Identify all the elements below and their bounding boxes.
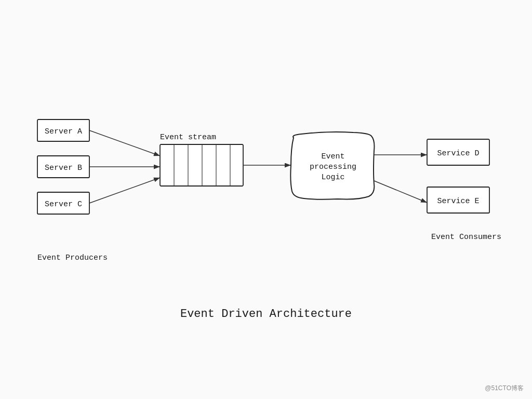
processor-label-2: processing [310, 163, 356, 171]
stream-outer-box [160, 144, 243, 186]
stream-label: Event stream [160, 133, 216, 142]
service-e-label: Service E [437, 197, 479, 206]
diagram-title: Event Driven Architecture [180, 308, 352, 321]
arrow-processor-to-e [374, 181, 427, 203]
processor-label-1: Event [321, 152, 344, 161]
server-c-label: Server C [45, 200, 82, 209]
arrow-c-to-stream [89, 178, 160, 203]
consumers-label: Event Consumers [431, 233, 501, 242]
diagram-container: Server A Server B Server C Event stream … [0, 0, 532, 399]
service-d-label: Service D [437, 149, 479, 158]
server-b-label: Server B [45, 164, 82, 172]
processor-label-3: Logic [321, 173, 344, 182]
architecture-diagram: Server A Server B Server C Event stream … [0, 0, 532, 399]
watermark: @51CTO博客 [485, 384, 524, 393]
server-a-label: Server A [45, 127, 82, 136]
arrow-a-to-stream [89, 130, 160, 156]
producers-label: Event Producers [37, 254, 108, 262]
